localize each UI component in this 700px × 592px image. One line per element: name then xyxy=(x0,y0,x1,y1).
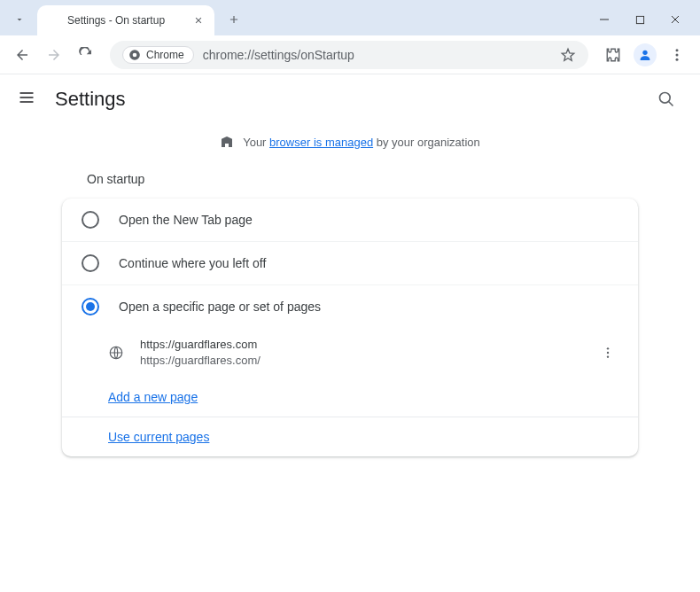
puzzle-icon xyxy=(605,47,621,63)
kebab-icon xyxy=(601,346,615,360)
svg-point-6 xyxy=(676,58,679,60)
search-icon xyxy=(657,90,675,108)
banner-suffix: by your organization xyxy=(373,136,480,149)
arrow-right-icon xyxy=(46,47,62,63)
chrome-chip: Chrome xyxy=(122,46,194,64)
url-text: chrome://settings/onStartup xyxy=(203,48,354,62)
banner-prefix: Your xyxy=(243,136,269,149)
svg-point-5 xyxy=(676,53,679,56)
svg-point-9 xyxy=(607,347,609,349)
option-label: Open a specific page or set of pages xyxy=(119,300,321,314)
use-current-row: Use current pages xyxy=(62,417,638,456)
avatar xyxy=(634,43,657,66)
chrome-logo-icon xyxy=(128,49,141,61)
page-actions-button[interactable] xyxy=(597,342,618,363)
chrome-chip-label: Chrome xyxy=(146,49,184,61)
globe-icon xyxy=(108,345,124,361)
maximize-button[interactable] xyxy=(622,7,657,32)
maximize-icon xyxy=(635,15,645,25)
window-controls xyxy=(587,7,693,32)
back-button[interactable] xyxy=(9,42,35,68)
minimize-icon xyxy=(599,14,610,25)
option-continue[interactable]: Continue where you left off xyxy=(62,242,638,285)
new-tab-button[interactable] xyxy=(222,7,246,32)
page-url: https://guardflares.com/ xyxy=(140,353,261,369)
browser-tab[interactable]: Settings - On startup xyxy=(37,5,214,35)
managed-banner: Your browser is managed by your organiza… xyxy=(0,124,700,160)
settings-gear-icon xyxy=(46,13,60,27)
address-bar[interactable]: Chrome chrome://settings/onStartup xyxy=(110,41,588,69)
profile-button[interactable] xyxy=(631,41,659,69)
option-label: Continue where you left off xyxy=(119,256,266,270)
startup-page-item: https://guardflares.com https://guardfla… xyxy=(62,328,638,378)
section-title: On startup xyxy=(62,160,638,199)
menu-toggle-button[interactable] xyxy=(18,89,39,110)
settings-content: On startup Open the New Tab page Continu… xyxy=(0,160,700,456)
search-button[interactable] xyxy=(650,83,682,115)
managed-link[interactable]: browser is managed xyxy=(269,136,373,149)
radio-checked xyxy=(82,298,99,315)
window-titlebar: Settings - On startup xyxy=(0,0,700,35)
page-title: https://guardflares.com xyxy=(140,337,261,353)
option-specific-pages[interactable]: Open a specific page or set of pages xyxy=(62,285,638,328)
bookmark-star-icon[interactable] xyxy=(560,47,576,63)
tab-search-dropdown[interactable] xyxy=(7,7,32,32)
add-page-row: Add a new page xyxy=(62,378,638,417)
reload-icon xyxy=(78,47,94,63)
plus-icon xyxy=(228,13,240,26)
hamburger-icon xyxy=(18,89,35,106)
reload-button[interactable] xyxy=(73,42,99,68)
page-title: Settings xyxy=(55,88,126,111)
option-new-tab[interactable]: Open the New Tab page xyxy=(62,199,638,242)
kebab-icon xyxy=(669,47,685,63)
svg-point-4 xyxy=(676,49,679,51)
close-window-button[interactable] xyxy=(657,7,693,32)
arrow-left-icon xyxy=(14,47,30,63)
svg-point-10 xyxy=(607,352,609,354)
browser-toolbar: Chrome chrome://settings/onStartup xyxy=(0,35,700,74)
forward-button[interactable] xyxy=(41,42,67,68)
radio-unchecked xyxy=(82,211,99,229)
radio-unchecked xyxy=(82,254,99,272)
add-page-link[interactable]: Add a new page xyxy=(108,390,198,404)
startup-card: Open the New Tab page Continue where you… xyxy=(62,199,638,456)
svg-rect-0 xyxy=(636,16,643,23)
building-icon xyxy=(220,135,234,149)
svg-point-11 xyxy=(607,356,609,358)
tab-title: Settings - On startup xyxy=(67,14,191,27)
close-icon xyxy=(670,14,681,25)
close-icon xyxy=(194,16,203,25)
extensions-button[interactable] xyxy=(599,41,627,69)
svg-point-3 xyxy=(642,50,647,54)
minimize-button[interactable] xyxy=(587,7,622,32)
use-current-link[interactable]: Use current pages xyxy=(108,430,209,444)
svg-point-7 xyxy=(660,93,671,104)
chevron-down-icon xyxy=(14,14,25,25)
settings-header: Settings xyxy=(0,74,700,124)
person-icon xyxy=(638,48,652,62)
tab-close-button[interactable] xyxy=(191,13,206,27)
menu-button[interactable] xyxy=(663,41,691,69)
option-label: Open the New Tab page xyxy=(119,213,253,227)
svg-point-2 xyxy=(133,52,137,57)
